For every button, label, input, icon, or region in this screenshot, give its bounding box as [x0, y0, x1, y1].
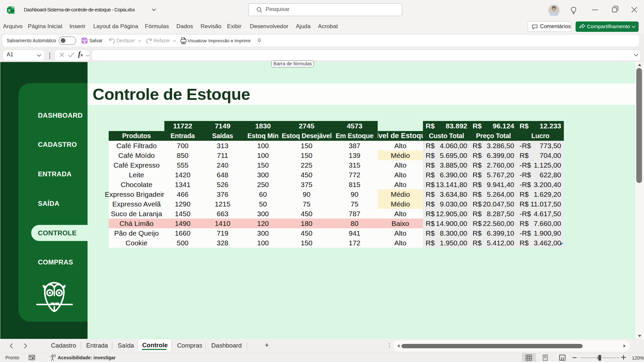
svg-text:X: X [8, 8, 11, 12]
